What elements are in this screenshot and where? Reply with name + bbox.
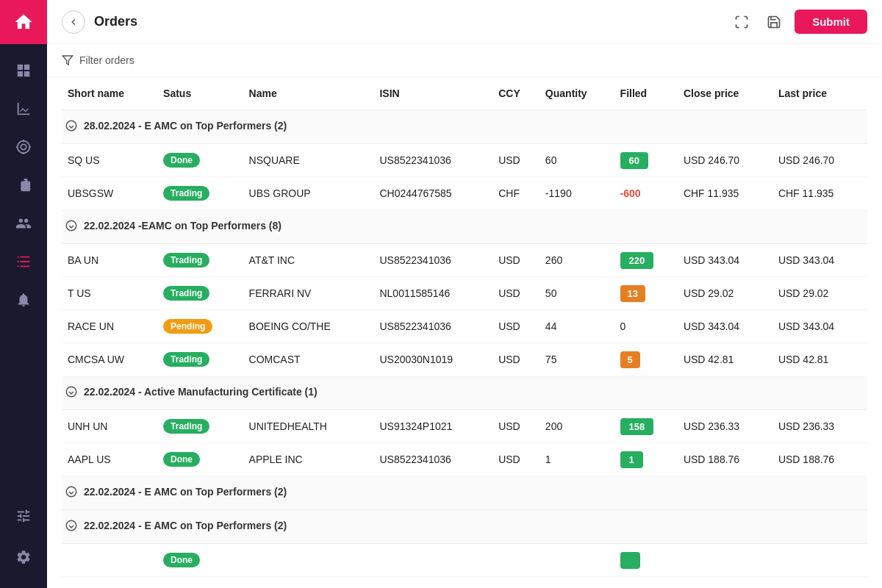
cell-isin: US8522341036 — [373, 244, 492, 277]
cell-quantity: 260 — [539, 244, 614, 277]
col-short-name: Short name — [62, 77, 157, 110]
cell-isin: US8522341036 — [373, 443, 492, 476]
orders-table: Short name Satus Name ISIN CCY Quantity … — [62, 77, 867, 577]
cell-status: Trading — [157, 343, 243, 376]
sidebar-item-portfolio[interactable] — [0, 166, 47, 204]
cell-filled: 5 — [614, 343, 678, 376]
status-badge: Done — [163, 452, 200, 467]
cell-name: COMCAST — [243, 343, 374, 376]
cell-quantity: 44 — [539, 310, 614, 343]
cell-ccy: USD — [492, 310, 539, 343]
cell-ccy: CHF — [492, 177, 539, 210]
cell-name: BOEING CO/THE — [243, 310, 374, 343]
cell-status: Trading — [157, 244, 243, 277]
cell-last-price: USD 188.76 — [772, 443, 867, 476]
cell-filled: 60 — [614, 144, 678, 177]
sidebar-bottom — [0, 497, 47, 588]
filter-icon — [62, 54, 74, 66]
cell-isin: US8522341036 — [373, 144, 492, 177]
group-label: 22.02.2024 -EAMC on Top Performers (8) — [65, 219, 282, 232]
page-header: Orders Submit — [47, 0, 882, 44]
group-row[interactable]: 22.02.2024 - Active Manufacturing Certif… — [62, 376, 867, 410]
cell-status: Trading — [157, 177, 243, 210]
svg-point-1 — [21, 144, 26, 149]
group-label: 28.02.2024 - E AMC on Top Performers (2) — [65, 119, 287, 132]
table-row: T USTradingFERRARI NVNL0011585146USD5013… — [62, 277, 867, 310]
sidebar-item-analytics[interactable] — [0, 90, 47, 128]
cell-quantity: 50 — [539, 277, 614, 310]
cell-quantity: 60 — [539, 144, 614, 177]
table-row: AAPL USDoneAPPLE INCUS8522341036USD11USD… — [62, 443, 867, 476]
page-title: Orders — [94, 14, 721, 29]
cell-status: Trading — [157, 410, 243, 443]
cell-quantity: -1190 — [539, 177, 614, 210]
filled-bar-green: 1 — [620, 451, 643, 468]
group-row[interactable]: 28.02.2024 - E AMC on Top Performers (2) — [62, 110, 867, 144]
sidebar-item-orders[interactable] — [0, 243, 47, 281]
sidebar-item-sliders[interactable] — [0, 497, 47, 535]
cell-isin: US8522341036 — [373, 310, 492, 343]
filter-bar[interactable]: Filter orders — [47, 44, 882, 77]
filled-value-red: -600 — [620, 187, 641, 199]
status-badge: Trading — [163, 186, 209, 201]
cell-filled: 0 — [614, 310, 678, 343]
cell-name: UNITEDHEALTH — [243, 410, 374, 443]
sidebar-item-dashboard[interactable] — [0, 51, 47, 90]
cell-isin: US91324P1021 — [373, 410, 492, 443]
submit-button[interactable]: Submit — [795, 10, 867, 34]
sidebar-item-settings[interactable] — [0, 538, 47, 576]
group-row[interactable]: 22.02.2024 - E AMC on Top Performers (2) — [62, 476, 867, 510]
expand-button[interactable] — [730, 10, 753, 34]
table-row: UBSGSWTradingUBS GROUPCH0244767585CHF-11… — [62, 177, 867, 210]
col-ccy: CCY — [492, 77, 539, 110]
cell-name: NSQUARE — [243, 144, 374, 177]
save-button[interactable] — [762, 10, 786, 34]
status-badge: Trading — [163, 253, 209, 268]
sidebar-item-users[interactable] — [0, 204, 47, 243]
col-filled: Filled — [614, 77, 678, 110]
group-row[interactable]: 22.02.2024 -EAMC on Top Performers (8) — [62, 210, 867, 244]
cell-close-price: USD 42.81 — [678, 343, 772, 376]
filled-bar-green: 158 — [620, 418, 654, 435]
cell-quantity: 75 — [539, 343, 614, 376]
table-row: Done — [62, 544, 867, 577]
group-row[interactable]: 22.02.2024 - E AMC on Top Performers (2) — [62, 510, 867, 544]
sidebar-item-notifications[interactable] — [0, 281, 47, 319]
cell-short-name: UNH UN — [62, 410, 157, 443]
col-quantity: Quantity — [539, 77, 614, 110]
cell-ccy: USD — [492, 343, 539, 376]
cell-quantity: 1 — [539, 443, 614, 476]
filter-label: Filter orders — [79, 54, 135, 66]
cell-status: Done — [157, 443, 243, 476]
logo-button[interactable] — [0, 0, 47, 44]
cell-close-price: CHF 11.935 — [678, 177, 772, 210]
collapse-icon — [65, 485, 78, 498]
cell-isin: NL0011585146 — [373, 277, 492, 310]
cell-close-price: USD 246.70 — [678, 144, 772, 177]
cell-short-name: BA UN — [62, 244, 157, 277]
cell-close-price: USD 343.04 — [678, 310, 772, 343]
cell-quantity: 200 — [539, 410, 614, 443]
cell-last-price: USD 343.04 — [772, 244, 867, 277]
svg-point-8 — [66, 220, 76, 231]
cell-status: Trading — [157, 277, 243, 310]
svg-point-0 — [18, 141, 30, 154]
cell-short-name: SQ US — [62, 144, 157, 177]
cell-short-name: T US — [62, 277, 157, 310]
cell-isin: US20030N1019 — [373, 343, 492, 376]
cell-last-price: USD 236.33 — [772, 410, 867, 443]
cell-close-price: USD 343.04 — [678, 244, 772, 277]
cell-filled: -600 — [614, 177, 678, 210]
cell-close-price: USD 29.02 — [678, 277, 772, 310]
table-header-row: Short name Satus Name ISIN CCY Quantity … — [62, 77, 867, 110]
collapse-icon — [65, 519, 78, 532]
cell-ccy: USD — [492, 410, 539, 443]
col-last-price: Last price — [772, 77, 867, 110]
orders-table-container: Short name Satus Name ISIN CCY Quantity … — [47, 77, 882, 588]
cell-last-price: USD 42.81 — [772, 343, 867, 376]
back-button[interactable] — [62, 10, 85, 34]
collapse-icon — [65, 119, 78, 132]
svg-marker-6 — [62, 56, 72, 65]
sidebar-item-search[interactable] — [0, 128, 47, 166]
cell-ccy: USD — [492, 244, 539, 277]
